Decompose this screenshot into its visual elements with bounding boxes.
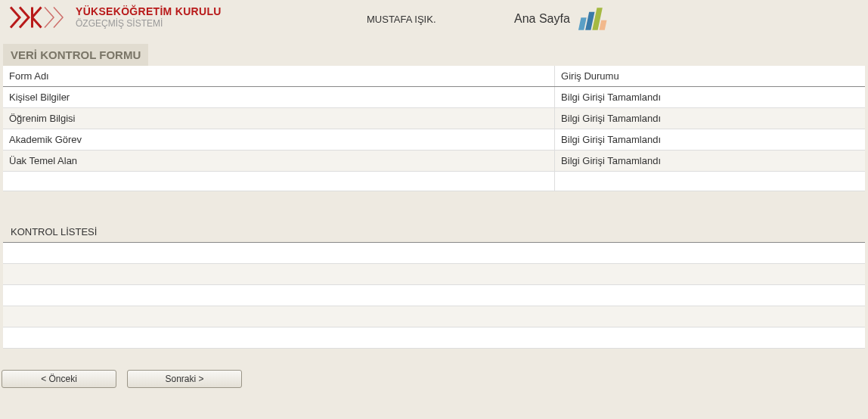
cell-status: Bilgi Girişi Tamamlandı — [555, 108, 865, 129]
cell-form-name: Kişisel Bilgiler — [3, 87, 555, 108]
cell-form-name: Üak Temel Alan — [3, 151, 555, 172]
yok-logo-icon — [8, 6, 68, 29]
cell-form-name: Akademik Görev — [3, 129, 555, 151]
data-control-table: Form Adı Giriş Durumu Kişisel Bilgiler B… — [3, 66, 865, 191]
cell-status: Bilgi Girişi Tamamlandı — [555, 129, 865, 151]
col-header-form-name: Form Adı — [3, 66, 555, 87]
bars-chart-icon — [576, 8, 618, 30]
svg-rect-0 — [578, 17, 587, 29]
next-button[interactable]: Sonraki > — [127, 370, 242, 388]
list-item — [3, 285, 865, 306]
org-title: YÜKSEKÖĞRETİM KURULU — [76, 5, 222, 18]
home-area: Ana Sayfa — [514, 8, 618, 30]
section-title-veri-kontrol: VERİ KONTROL FORMU — [3, 44, 148, 66]
list-item — [3, 243, 865, 264]
cell-form-name: Öğrenim Bilgisi — [3, 108, 555, 129]
table-row: Akademik Görev Bilgi Girişi Tamamlandı — [3, 129, 865, 151]
home-link[interactable]: Ana Sayfa — [514, 12, 570, 26]
user-name: MUSTAFA IŞIK. — [367, 14, 436, 25]
list-item — [3, 264, 865, 285]
cell-status: Bilgi Girişi Tamamlandı — [555, 151, 865, 172]
header: YÜKSEKÖĞRETİM KURULU ÖZGEÇMİŞ SİSTEMİ MU… — [0, 0, 868, 36]
table-row: Öğrenim Bilgisi Bilgi Girişi Tamamlandı — [3, 108, 865, 129]
table-row-empty — [3, 172, 865, 191]
table-row: Kişisel Bilgiler Bilgi Girişi Tamamlandı — [3, 87, 865, 108]
list-item — [3, 327, 865, 349]
org-subtitle: ÖZGEÇMİŞ SİSTEMİ — [76, 18, 222, 29]
cell-status: Bilgi Girişi Tamamlandı — [555, 87, 865, 108]
list-item — [3, 306, 865, 327]
prev-button[interactable]: < Önceki — [2, 370, 116, 388]
svg-rect-3 — [599, 20, 606, 30]
logo-area: YÜKSEKÖĞRETİM KURULU ÖZGEÇMİŞ SİSTEMİ — [8, 5, 222, 29]
control-list — [3, 242, 865, 349]
table-row: Üak Temel Alan Bilgi Girişi Tamamlandı — [3, 151, 865, 172]
button-bar: < Önceki Sonraki > — [2, 370, 868, 388]
section-title-kontrol-listesi: KONTROL LİSTESİ — [3, 222, 865, 242]
col-header-status: Giriş Durumu — [555, 66, 865, 87]
